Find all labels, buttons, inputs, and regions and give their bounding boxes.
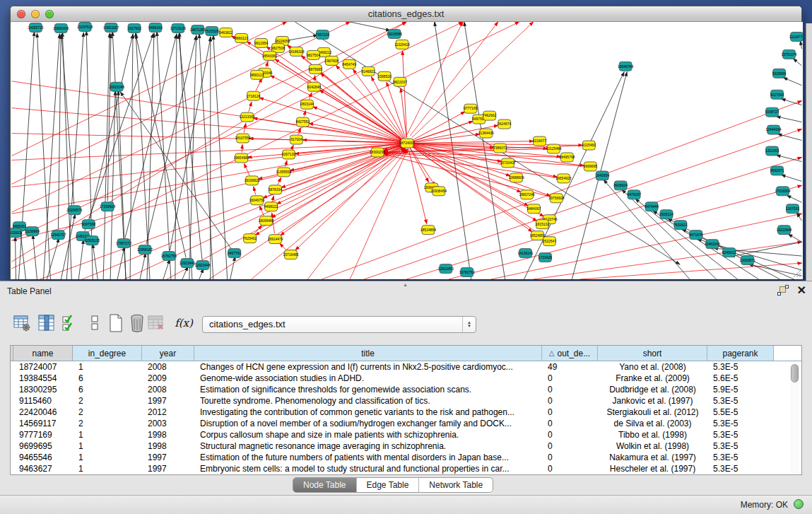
- graph-node[interactable]: 9267130: [282, 150, 296, 159]
- table-cell[interactable]: 5.6E-5: [707, 373, 774, 384]
- table-cell[interactable]: 22420046: [13, 407, 73, 418]
- panel-resize-handle[interactable]: ▲: [403, 283, 410, 287]
- graph-node[interactable]: 917004: [290, 135, 302, 144]
- graph-node[interactable]: 12093871: [740, 256, 755, 265]
- table-scrollbar-thumb[interactable]: [791, 364, 799, 382]
- graph-node[interactable]: 9242848: [307, 82, 322, 91]
- graph-node[interactable]: 9097588: [82, 220, 96, 229]
- delete-icon[interactable]: [127, 313, 147, 334]
- table-cell[interactable]: Dudbridge et al. (2008): [598, 384, 707, 395]
- table-cell[interactable]: 1: [73, 452, 142, 463]
- graph-node[interactable]: 28495798: [559, 153, 575, 162]
- table-cell[interactable]: 5.3E-5: [707, 440, 774, 452]
- table-cell[interactable]: 2008: [142, 361, 194, 373]
- graph-node[interactable]: 3915923: [11, 228, 21, 238]
- graph-node[interactable]: 8471676: [689, 230, 703, 240]
- table-cell[interactable]: Disruption of a novel member of a sodium…: [194, 418, 542, 429]
- tab-network-table[interactable]: Network Table: [419, 478, 493, 492]
- graph-node[interactable]: 15751074: [781, 49, 796, 59]
- graph-node[interactable]: 9890123: [250, 70, 264, 79]
- graph-node[interactable]: 1588520: [377, 71, 392, 81]
- table-row[interactable]: 977716911998Corpus callosum shape and si…: [11, 429, 801, 440]
- graph-node[interactable]: 11355554: [276, 168, 292, 177]
- table-cell[interactable]: 1: [73, 440, 142, 452]
- table-cell[interactable]: 0: [542, 429, 598, 440]
- close-panel-icon[interactable]: ✕: [797, 285, 806, 296]
- table-row[interactable]: 1938455462009Genome-wide association stu…: [11, 373, 801, 384]
- table-cell[interactable]: 18724007: [13, 361, 73, 373]
- table-cell[interactable]: Yano et al. (2008): [598, 361, 707, 373]
- graph-node[interactable]: 9827504: [307, 50, 321, 59]
- column-header-name[interactable]: name: [13, 346, 73, 361]
- table-cell[interactable]: 1: [73, 361, 142, 373]
- graph-node[interactable]: 14055715: [28, 23, 43, 32]
- table-cell[interactable]: 0: [542, 395, 598, 407]
- table-scrollbar[interactable]: [790, 363, 799, 473]
- graph-node[interactable]: 20206576: [66, 206, 82, 215]
- graph-node[interactable]: 10463248: [705, 240, 720, 249]
- table-cell[interactable]: Hescheler et al. (1997): [598, 463, 707, 474]
- graph-node[interactable]: 8454749: [343, 59, 357, 69]
- table-cell[interactable]: 0: [542, 373, 598, 384]
- table-row[interactable]: 1872400712008Changes of HCN gene express…: [11, 361, 801, 373]
- resize-grip[interactable]: [792, 268, 801, 278]
- graph-node[interactable]: 18807249: [519, 190, 534, 199]
- graph-node[interactable]: 10958187: [137, 245, 153, 255]
- table-cell[interactable]: 2: [73, 418, 142, 429]
- graph-node[interactable]: 12942757: [50, 230, 66, 240]
- graph-node[interactable]: 10653267: [103, 23, 119, 32]
- table-cell[interactable]: 9699695: [13, 440, 73, 452]
- table-cell[interactable]: Nakamura et al. (1997): [598, 452, 707, 463]
- table-cell[interactable]: 14569117: [13, 418, 73, 429]
- graph-node[interactable]: 7632621: [673, 221, 688, 230]
- graph-node[interactable]: 9484067: [527, 204, 541, 214]
- table-row[interactable]: 1456911722003Disruption of a novel membe…: [11, 418, 801, 429]
- graph-node[interactable]: 16914479: [267, 235, 283, 244]
- table-cell[interactable]: Corpus callosum shape and size in male p…: [194, 429, 542, 440]
- column-header-in_degree[interactable]: in_degree: [73, 346, 142, 361]
- table-cell[interactable]: Embryonic stem cells: a model to study s…: [194, 463, 542, 474]
- graph-node[interactable]: 19756928: [548, 194, 564, 203]
- table-cell[interactable]: 1: [73, 429, 142, 440]
- graph-node[interactable]: 12213363: [240, 112, 255, 122]
- graph-node[interactable]: 8938924: [613, 181, 628, 190]
- table-cell[interactable]: 0: [542, 452, 598, 463]
- table-cell[interactable]: 5.3E-5: [707, 395, 774, 407]
- table-cell[interactable]: 2008: [142, 384, 194, 395]
- graph-node[interactable]: 10688609: [509, 173, 524, 182]
- table-row[interactable]: 2242004622012Investigating the contribut…: [11, 407, 801, 418]
- graph-node[interactable]: 17016504: [775, 187, 790, 196]
- deselect-all-icon[interactable]: [85, 313, 105, 334]
- graph-node[interactable]: 9463822: [219, 28, 233, 37]
- graph-node[interactable]: 16782762: [459, 268, 475, 277]
- table-cell[interactable]: 18300295: [13, 384, 73, 395]
- graph-node[interactable]: 17359924: [100, 202, 115, 211]
- table-cell[interactable]: Tourette syndrome. Phenomenology and cla…: [194, 395, 542, 407]
- table-cell[interactable]: 0: [542, 384, 598, 395]
- graph-node[interactable]: 5878334: [269, 185, 283, 194]
- table-cell[interactable]: Changes of HCN gene expression and I(f) …: [194, 361, 542, 373]
- table-cell[interactable]: Estimation of significance thresholds fo…: [194, 384, 542, 395]
- graph-node[interactable]: 18543362: [261, 51, 277, 60]
- table-cell[interactable]: 5.5E-5: [707, 407, 774, 418]
- graph-node[interactable]: 19166822: [245, 176, 260, 185]
- graph-node[interactable]: 9115460: [582, 141, 596, 150]
- graph-node[interactable]: 14136141: [517, 249, 533, 258]
- table-cell[interactable]: 1997: [142, 395, 194, 407]
- table-cell[interactable]: Franke et al. (2009): [598, 373, 707, 384]
- table-cell[interactable]: 0: [542, 463, 598, 474]
- graph-node[interactable]: 10210648: [776, 226, 792, 235]
- graph-node[interactable]: 21364436: [478, 129, 494, 138]
- table-cell[interactable]: Investigating the contribution of common…: [194, 407, 542, 418]
- graph-node[interactable]: 9146821: [361, 66, 375, 76]
- select-all-icon[interactable]: [59, 313, 79, 334]
- graph-node[interactable]: 6479197: [627, 190, 641, 199]
- graph-node[interactable]: 19654983: [234, 153, 249, 163]
- graph-node[interactable]: 7515526: [205, 26, 219, 35]
- table-cell[interactable]: 9465546: [13, 452, 73, 463]
- table-cell[interactable]: Wolkin et al. (1998): [598, 440, 707, 452]
- graph-node[interactable]: 1815132: [536, 220, 550, 229]
- delete-table-icon[interactable]: [146, 313, 166, 334]
- graph-node[interactable]: 2803144: [300, 100, 314, 109]
- new-document-icon[interactable]: [106, 313, 126, 334]
